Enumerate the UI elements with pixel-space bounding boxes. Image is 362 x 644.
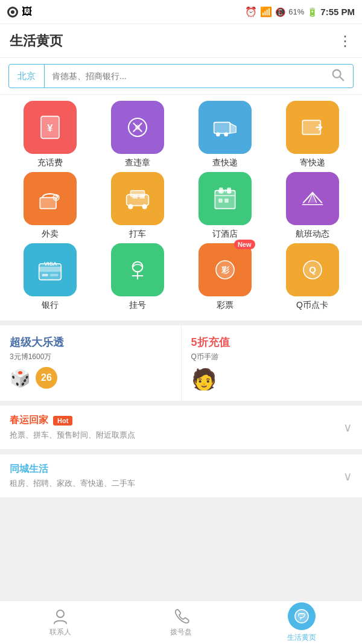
chat-icon bbox=[293, 608, 310, 625]
grid-row-3: VISA 银行 挂号 New bbox=[6, 243, 356, 311]
chakuaidi-label: 查快递 bbox=[212, 158, 238, 168]
promo-tongcheng[interactable]: 同城生活 租房、招聘、家政、寄快递、二手车 ∨ bbox=[0, 454, 362, 497]
nav-yellowpage-label: 生活黄页 bbox=[287, 633, 316, 643]
grid-item-chaweizhan[interactable]: 查违章 bbox=[98, 101, 177, 168]
grid-item-chonghuafei[interactable]: ¥ 充话费 bbox=[11, 101, 89, 168]
grid-item-jikuaidi[interactable]: 寄快递 bbox=[273, 101, 352, 168]
qbi-icon: Q bbox=[286, 243, 339, 296]
svg-text:Q: Q bbox=[309, 264, 316, 275]
image-icon: 🖼 bbox=[22, 5, 33, 18]
chakuaidi-icon bbox=[198, 101, 252, 154]
qbi-label: Q币点卡 bbox=[296, 300, 328, 311]
guahao-label: 挂号 bbox=[129, 300, 146, 311]
app-title: 生活黄页 bbox=[10, 32, 63, 50]
promo-chunyun[interactable]: 春运回家 Hot 抢票、拼车、预售时间、附近取票点 ∨ bbox=[0, 406, 362, 450]
svg-rect-17 bbox=[139, 194, 144, 199]
chevron-down-icon: ∨ bbox=[343, 420, 352, 435]
waimai-label: 外卖 bbox=[42, 229, 59, 240]
promo-tongcheng-title: 同城生活 bbox=[10, 463, 135, 476]
grid-item-chakuaidi[interactable]: 查快递 bbox=[186, 101, 264, 168]
svg-text:HOTEL: HOTEL bbox=[218, 189, 232, 193]
hangban-label: 航班动态 bbox=[296, 229, 329, 240]
waimai-icon bbox=[24, 172, 77, 225]
promo-chunyun-title: 春运回家 bbox=[10, 414, 48, 427]
promo-chunyun-content: 春运回家 Hot 抢票、拼车、预售时间、附近取票点 bbox=[10, 414, 135, 441]
banner-qbi[interactable]: 5折充值 Q币手游 🧑 bbox=[182, 325, 363, 401]
search-input[interactable] bbox=[45, 71, 323, 81]
banner-qbi-title: 5折充值 bbox=[191, 335, 353, 349]
svg-rect-6 bbox=[214, 123, 230, 133]
nav-yellowpage[interactable]: 生活黄页 bbox=[241, 602, 362, 643]
chaweizhan-icon bbox=[111, 101, 164, 154]
svg-point-15 bbox=[142, 204, 147, 209]
dache-label: 打车 bbox=[129, 229, 146, 240]
wifi-icon: 📶 bbox=[260, 6, 272, 18]
svg-rect-29 bbox=[42, 274, 48, 276]
svg-point-31 bbox=[132, 262, 142, 272]
jikuaidi-icon bbox=[286, 101, 339, 154]
banner-qbi-subtitle: Q币手游 bbox=[191, 352, 353, 362]
svg-rect-22 bbox=[218, 199, 223, 203]
city-selector[interactable]: 北京 bbox=[9, 65, 45, 88]
jikuaidi-label: 寄快递 bbox=[300, 158, 325, 168]
more-menu-button[interactable]: ⋮ bbox=[338, 33, 352, 49]
search-bar: 北京 bbox=[8, 64, 354, 88]
svg-point-8 bbox=[224, 132, 228, 136]
svg-text:彩: 彩 bbox=[220, 266, 229, 275]
hot-badge: Hot bbox=[53, 416, 72, 426]
svg-rect-16 bbox=[132, 194, 137, 199]
grid-item-dache[interactable]: 打车 bbox=[98, 172, 177, 240]
yellowpage-active-icon bbox=[288, 602, 316, 630]
banner-lottery-subtitle: 3元博1600万 bbox=[10, 352, 171, 362]
grid-row-2: 外卖 打车 bbox=[6, 172, 356, 240]
grid-row-1: ¥ 充话费 查违章 bbox=[6, 101, 356, 168]
svg-point-14 bbox=[128, 204, 133, 209]
grid-item-dingjudian[interactable]: HOTEL 订酒店 bbox=[186, 172, 264, 240]
chevron-down-icon-2: ∨ bbox=[343, 469, 352, 483]
nav-contacts-label: 联系人 bbox=[49, 627, 71, 637]
chaweizhan-label: 查违章 bbox=[125, 158, 150, 168]
battery-text: 61% bbox=[288, 7, 304, 16]
hangban-icon bbox=[286, 172, 339, 225]
nav-contacts[interactable]: 联系人 bbox=[0, 608, 121, 637]
person-icon bbox=[52, 608, 69, 625]
dingjudian-label: 订酒店 bbox=[212, 229, 238, 240]
svg-text:¥: ¥ bbox=[47, 123, 53, 134]
banner-lottery-title: 超级大乐透 bbox=[10, 335, 171, 349]
nav-dialpad[interactable]: 拨号盘 bbox=[121, 608, 241, 637]
grid-item-caipiao[interactable]: New 彩 彩票 bbox=[186, 243, 264, 311]
qbi-character-icon: 🧑 bbox=[191, 368, 217, 391]
alarm-icon: ⏰ bbox=[245, 6, 257, 18]
yinhang-label: 银行 bbox=[42, 300, 59, 311]
caipiao-label: 彩票 bbox=[217, 300, 233, 311]
grid-item-hangban[interactable]: 航班动态 bbox=[273, 172, 352, 240]
svg-point-5 bbox=[135, 125, 139, 130]
grid-item-qbi[interactable]: Q Q币点卡 bbox=[273, 243, 352, 311]
svg-line-1 bbox=[340, 77, 343, 80]
svg-point-38 bbox=[57, 610, 64, 617]
promo-chunyun-title-row: 春运回家 Hot bbox=[10, 414, 135, 427]
circle-icon bbox=[7, 7, 18, 18]
promo-tongcheng-desc: 租房、招聘、家政、寄快递、二手车 bbox=[10, 478, 135, 489]
nav-dialpad-label: 拨号盘 bbox=[170, 627, 192, 637]
app-header: 生活黄页 ⋮ bbox=[0, 24, 362, 58]
promo-chunyun-desc: 抢票、拼车、预售时间、附近取票点 bbox=[10, 430, 135, 439]
grid-item-guahao[interactable]: 挂号 bbox=[98, 243, 177, 311]
lottery-number: 26 bbox=[36, 367, 57, 389]
chonghuafei-label: 充话费 bbox=[37, 158, 63, 168]
svg-text:VISA: VISA bbox=[44, 261, 57, 267]
dache-icon bbox=[111, 172, 164, 225]
status-right-icons: ⏰ 📶 📵 61% 🔋 7:55 PM bbox=[245, 6, 355, 18]
banner-lottery[interactable]: 超级大乐透 3元博1600万 🎲 26 bbox=[0, 325, 182, 401]
dingjudian-icon: HOTEL bbox=[198, 172, 252, 225]
svg-rect-30 bbox=[50, 274, 58, 276]
bottom-nav: 联系人 拨号盘 生活黄页 bbox=[0, 601, 362, 644]
grid-item-yinhang[interactable]: VISA 银行 bbox=[11, 243, 89, 311]
banner-section: 超级大乐透 3元博1600万 🎲 26 5折充值 Q币手游 🧑 bbox=[0, 325, 362, 401]
lottery-dice-icon: 🎲 bbox=[10, 368, 31, 388]
yinhang-icon: VISA bbox=[24, 243, 77, 296]
grid-item-waimai[interactable]: 外卖 bbox=[11, 172, 89, 240]
search-button[interactable] bbox=[323, 68, 353, 84]
battery-icon: 🔋 bbox=[307, 7, 317, 17]
search-container: 北京 bbox=[0, 58, 362, 95]
